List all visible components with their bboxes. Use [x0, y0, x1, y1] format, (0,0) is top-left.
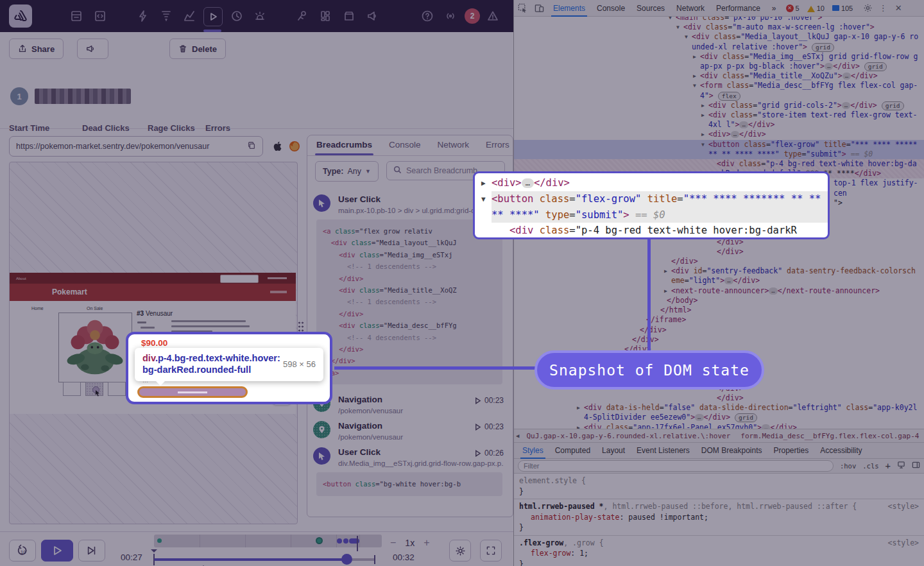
speed-increase-button[interactable]: +	[424, 537, 429, 549]
dom-tree-row[interactable]: ▼<form class="Media_desc__bfFYg flex fle…	[514, 81, 924, 100]
expand-arrow-icon[interactable]: ▶	[701, 110, 708, 120]
player-settings-button[interactable]	[449, 540, 471, 562]
expand-arrow-icon[interactable]: ▶	[693, 71, 700, 81]
type-filter-dropdown[interactable]: Type:Any ▼	[315, 161, 379, 182]
toggle-classes[interactable]: .cls	[862, 462, 878, 470]
dom-tree-row[interactable]: </html>	[514, 305, 924, 315]
more-tabs-button[interactable]: »	[766, 0, 782, 17]
dashboards-icon[interactable]	[318, 9, 332, 23]
preview-nav-home[interactable]: Home	[31, 306, 44, 311]
sidebar-layout-icon[interactable]	[912, 460, 920, 472]
delete-button[interactable]: Delete	[169, 39, 226, 59]
dom-tree-row[interactable]: </body>	[514, 296, 924, 305]
dom-tree-row[interactable]: ▶<div class="Media_title__XoQZu">…</div>	[514, 71, 924, 81]
grid-badge[interactable]: grid	[812, 43, 834, 52]
expand-arrow-icon[interactable]: ▶	[693, 52, 700, 62]
device-toolbar-icon[interactable]	[533, 3, 545, 14]
dom-tree-row[interactable]: ▼<div class="Media_layout__lkQuJ gap-x-1…	[514, 32, 924, 51]
dom-tree-row[interactable]: ▶<div class="app-17fx6el-Panel ex57qyh0"…	[514, 423, 924, 429]
devtools-tab-performance[interactable]: Performance	[710, 0, 766, 17]
dom-tree-row[interactable]: </div>	[514, 325, 924, 335]
toggle-hover-state[interactable]: :hov	[840, 462, 856, 470]
fullscreen-button[interactable]	[480, 540, 502, 562]
computed-styles-icon[interactable]	[897, 460, 905, 472]
feedback-icon[interactable]	[365, 9, 379, 23]
give-feedback-button[interactable]	[77, 39, 108, 59]
speed-value[interactable]: 1x	[405, 538, 415, 548]
history-icon[interactable]	[230, 9, 244, 23]
styles-tab-dom-breakpoints[interactable]: DOM Breakpoints	[696, 443, 768, 459]
styles-tab-accessibility[interactable]: Accessibility	[814, 443, 868, 459]
breadcrumb-event-navigation[interactable]: Navigation/pokemon/venusaur00:23	[307, 415, 513, 441]
styles-filter-input[interactable]	[518, 460, 834, 472]
tab-console[interactable]: Console	[389, 135, 421, 155]
new-style-rule-button[interactable]: +	[886, 461, 891, 471]
devtools-tab-console[interactable]: Console	[591, 0, 631, 17]
warning-count-badge[interactable]: 10	[807, 4, 825, 12]
dom-tree-row[interactable]: </div>	[514, 335, 924, 345]
metrics-icon[interactable]	[182, 9, 196, 23]
grid-badge[interactable]: grid	[882, 101, 904, 110]
devtools-menu-icon[interactable]: ⋮	[877, 3, 889, 14]
skip-to-end-button[interactable]	[78, 540, 105, 562]
event-marker-timeline[interactable]	[154, 535, 382, 547]
warning-icon[interactable]	[486, 9, 500, 23]
help-icon[interactable]	[420, 9, 434, 23]
devtools-tab-elements[interactable]: Elements	[547, 0, 591, 17]
scrubber-track[interactable]	[154, 558, 375, 561]
devtools-close-icon[interactable]: ✕	[893, 3, 904, 14]
profiling-icon[interactable]	[159, 9, 173, 23]
click-marker[interactable]	[343, 538, 348, 544]
css-rule[interactable]: .flex-grow, .grow {flex-grow: 1;}<style>	[514, 536, 924, 566]
tab-network[interactable]: Network	[438, 135, 470, 155]
sentry-logo[interactable]	[9, 4, 32, 28]
css-rule[interactable]: element.style {}	[514, 474, 924, 499]
expand-arrow-icon[interactable]: ▶	[577, 403, 584, 413]
styles-tab-event-listeners[interactable]: Event Listeners	[631, 443, 696, 459]
element-crumb[interactable]: QuJ.gap-x-10.gap-y-6.rounded-xl.relative…	[521, 431, 735, 442]
tab-breadcrumbs[interactable]: Breadcrumbs	[316, 135, 372, 155]
styles-tab-styles[interactable]: Styles	[517, 443, 549, 459]
releases-icon[interactable]	[342, 9, 356, 23]
broadcast-icon[interactable]	[443, 9, 458, 23]
tab-errors[interactable]: Errors	[486, 135, 509, 155]
dom-tree-row[interactable]: ▼<div class="m-auto max-w-screen-lg :hov…	[514, 22, 924, 32]
dom-tree-row[interactable]: ▶<div>…</div>	[514, 130, 924, 139]
error-count-badge[interactable]: ✕5	[786, 4, 800, 12]
performance-icon[interactable]	[136, 9, 150, 23]
dom-tree-row[interactable]: </iframe>	[514, 315, 924, 325]
expand-arrow-icon[interactable]: ▶	[701, 130, 708, 139]
event-timestamp[interactable]: 00:23	[474, 422, 504, 431]
dom-tree-row[interactable]: ▶<div id="sentry-feedback" data-sentry-f…	[514, 266, 924, 286]
rewind-10-button[interactable]: 10	[9, 540, 36, 562]
dom-tree-row[interactable]: </div>	[514, 257, 924, 266]
scrub-handle[interactable]	[341, 554, 352, 565]
dom-tree-row[interactable]: </div>	[514, 247, 924, 257]
preview-nav-onsale[interactable]: On Sale	[87, 306, 103, 311]
preview-thumbnail-1[interactable]	[63, 382, 81, 396]
expand-arrow-icon[interactable]: ▶	[577, 423, 584, 429]
alerts-icon[interactable]	[253, 9, 267, 23]
grid-badge[interactable]: grid	[864, 62, 887, 71]
breadcrumb-event-user-click[interactable]: User Clickdiv.Media_img__eSTxj.grid.grid…	[307, 441, 513, 495]
expand-arrow-icon[interactable]: ▶	[664, 266, 671, 276]
inspect-element-icon[interactable]	[517, 3, 528, 14]
preview-thumbnail-3[interactable]	[108, 382, 126, 396]
devtools-tab-network[interactable]: Network	[671, 0, 710, 17]
discover-icon[interactable]	[295, 9, 309, 23]
expand-arrow-icon[interactable]: ▼	[693, 81, 700, 90]
dom-tree-row[interactable]: ▶<div data-is-held="false" data-slide-di…	[514, 403, 924, 422]
event-timestamp[interactable]: 00:26	[474, 449, 504, 458]
expand-arrow-icon[interactable]: ▼	[685, 32, 692, 42]
highlighted-buy-button[interactable]	[137, 386, 248, 398]
crumbs-scroll-left[interactable]: ◀	[514, 433, 521, 439]
issues-icon[interactable]	[69, 9, 83, 23]
styles-tab-properties[interactable]: Properties	[768, 443, 815, 459]
navigation-marker[interactable]	[157, 538, 162, 543]
dom-tree-row[interactable]: ▼<button class="flex-grow" title="*** **…	[514, 140, 924, 159]
play-button[interactable]	[41, 540, 73, 562]
share-button[interactable]: Share	[9, 39, 64, 59]
expand-arrow-icon[interactable]: ▼	[701, 140, 708, 150]
speed-decrease-button[interactable]: −	[390, 537, 396, 549]
expand-arrow-icon[interactable]: ▶	[664, 286, 671, 296]
